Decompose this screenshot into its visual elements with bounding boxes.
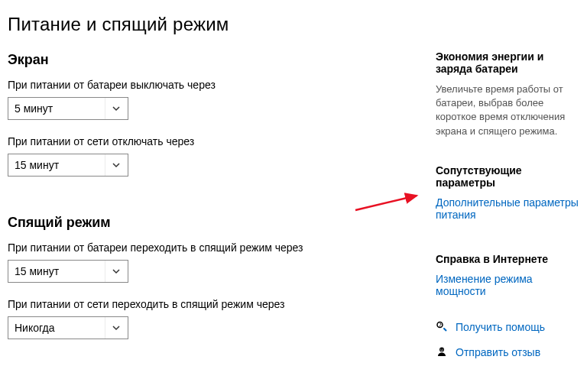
- battery-saver-desc: Увеличьте время работы от батареи, выбра…: [436, 83, 579, 138]
- screen-ac-off-label: При питании от сети отключать через: [8, 135, 420, 147]
- section-sleep-heading: Спящий режим: [8, 215, 420, 231]
- chevron-down-icon: [105, 154, 126, 176]
- battery-saver-heading: Экономия энергии и заряда батареи: [436, 50, 579, 75]
- chevron-down-icon: [105, 261, 126, 282]
- help-icon: [436, 320, 448, 335]
- svg-point-2: [443, 328, 445, 329]
- chevron-down-icon: [105, 98, 126, 119]
- sleep-battery-value: 15 минут: [15, 265, 59, 277]
- sleep-ac-dropdown[interactable]: Никогда: [8, 316, 128, 339]
- svg-point-4: [440, 348, 441, 349]
- send-feedback-link[interactable]: Отправить отзыв: [456, 346, 540, 358]
- screen-ac-off-dropdown[interactable]: 15 минут: [8, 154, 128, 177]
- get-help-link[interactable]: Получить помощь: [456, 321, 545, 333]
- change-power-mode-link[interactable]: Изменение режима мощности: [436, 273, 579, 297]
- related-heading: Сопутствующие параметры: [436, 164, 579, 189]
- sleep-battery-dropdown[interactable]: 15 минут: [8, 260, 128, 283]
- screen-ac-off-value: 15 минут: [15, 159, 59, 171]
- page-title: Питание и спящий режим: [8, 14, 420, 35]
- screen-battery-off-label: При питании от батареи выключать через: [8, 79, 420, 91]
- sleep-ac-value: Никогда: [15, 322, 54, 334]
- svg-point-1: [439, 326, 440, 326]
- feedback-icon: [436, 345, 448, 360]
- additional-power-settings-link[interactable]: Дополнительные параметры питания: [436, 196, 579, 221]
- svg-point-3: [439, 347, 444, 352]
- chevron-down-icon: [105, 317, 126, 339]
- sleep-ac-label: При питании от сети переходить в спящий …: [8, 298, 420, 310]
- screen-battery-off-value: 5 минут: [15, 102, 53, 115]
- sleep-battery-label: При питании от батареи переходить в спящ…: [8, 241, 420, 254]
- screen-battery-off-dropdown[interactable]: 5 минут: [8, 97, 128, 120]
- help-web-heading: Справка в Интернете: [436, 253, 579, 265]
- section-screen-heading: Экран: [8, 52, 420, 68]
- svg-point-5: [443, 348, 443, 349]
